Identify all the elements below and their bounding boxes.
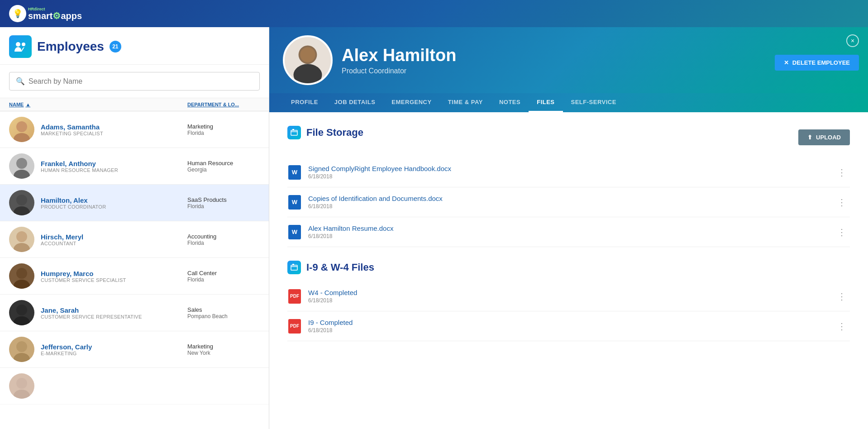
col-name-header[interactable]: NAME ▲ <box>9 102 187 107</box>
file-name[interactable]: I9 - Completed <box>308 319 827 326</box>
emp-info: Jefferson, Carly E-MARKETING <box>41 343 181 356</box>
emp-name: Hamilton, Alex <box>41 196 181 204</box>
employee-item[interactable] <box>0 368 269 405</box>
svg-point-2 <box>16 121 27 132</box>
sort-icon: ▲ <box>25 102 30 107</box>
file-info: Signed ComplyRight Employee Handbook.doc… <box>308 165 827 180</box>
emp-dept: Sales Pompano Beach <box>187 306 260 319</box>
svg-point-3 <box>14 133 30 142</box>
file-date: 6/18/2018 <box>308 327 827 334</box>
file-storage-header-row: File Storage ⬆ UPLOAD <box>287 126 850 148</box>
tab-emergency[interactable]: EMERGENCY <box>383 93 439 112</box>
emp-info: Hirsch, Meryl ACCOUNTANT <box>41 233 181 246</box>
col-dept-header[interactable]: DEPARTMENT & LO... <box>187 102 260 107</box>
employee-item[interactable]: Jefferson, Carly E-MARKETING Marketing N… <box>0 331 269 368</box>
search-icon: 🔍 <box>16 77 25 86</box>
file-menu-button[interactable]: ⋮ <box>834 289 850 304</box>
detail-name: Alex Hamilton <box>342 46 456 65</box>
file-date: 6/18/2018 <box>308 233 827 239</box>
file-item: W Alex Hamilton Resume.docx 6/18/2018 ⋮ <box>287 217 850 247</box>
svg-point-4 <box>16 158 27 169</box>
svg-point-20 <box>293 64 322 85</box>
left-panel: Employees 21 🔍 NAME ▲ DEPARTMENT & LO... <box>0 27 269 429</box>
i9w4-icon <box>287 261 301 274</box>
close-button[interactable]: × <box>846 34 859 47</box>
emp-role: HUMAN RESOURCE MANAGER <box>41 167 181 173</box>
emp-name: Adams, Samantha <box>41 123 181 131</box>
tab-time-pay[interactable]: TIME & PAY <box>440 93 491 112</box>
file-date: 6/18/2018 <box>308 203 827 210</box>
file-storage-title: File Storage <box>287 126 363 139</box>
emp-name: Hirsch, Meryl <box>41 233 181 241</box>
svg-rect-25 <box>292 264 294 265</box>
logo: 💡 HRdirect smart⚙apps <box>9 5 82 22</box>
file-menu-button[interactable]: ⋮ <box>834 165 850 180</box>
svg-point-17 <box>14 390 30 399</box>
file-menu-button[interactable]: ⋮ <box>834 225 850 239</box>
i9w4-title-text: I-9 & W-4 Files <box>306 262 374 273</box>
svg-point-6 <box>16 195 27 205</box>
tab-profile[interactable]: PROFILE <box>283 93 326 112</box>
emp-info: Adams, Samantha MARKETING SPECIALIST <box>41 123 181 136</box>
employee-list: Adams, Samantha MARKETING SPECIALIST Mar… <box>0 111 269 429</box>
emp-info: Humprey, Marco CUSTOMER SERVICE SPECIALI… <box>41 270 181 283</box>
svg-point-10 <box>16 268 27 279</box>
file-menu-button[interactable]: ⋮ <box>834 319 850 334</box>
delete-employee-button[interactable]: ✕ DELETE EMPLOYEE <box>775 55 859 71</box>
upload-button[interactable]: ⬆ UPLOAD <box>798 129 850 145</box>
avatar <box>9 153 34 179</box>
avatar <box>9 117 34 142</box>
detail-content: File Storage ⬆ UPLOAD W Signed ComplyRig… <box>269 112 868 429</box>
search-box[interactable]: 🔍 <box>9 72 260 91</box>
emp-dept: Marketing New York <box>187 343 260 356</box>
delete-icon: ✕ <box>784 59 789 66</box>
file-name[interactable]: Copies of Identification and Documents.d… <box>308 195 827 202</box>
file-pdf-icon: PDF <box>287 289 302 304</box>
employee-item[interactable]: Jane, Sarah CUSTOMER SERVICE REPRESENTAT… <box>0 295 269 331</box>
emp-info: Hamilton, Alex PRODUCT COORDINATOR <box>41 196 181 210</box>
emp-name: Frankel, Anthony <box>41 160 181 167</box>
file-storage-title-text: File Storage <box>306 127 363 138</box>
file-menu-button[interactable]: ⋮ <box>834 195 850 210</box>
file-name[interactable]: Alex Hamilton Resume.docx <box>308 224 827 232</box>
avatar <box>9 190 34 215</box>
emp-role: PRODUCT COORDINATOR <box>41 204 181 210</box>
file-item: W Signed ComplyRight Employee Handbook.d… <box>287 157 850 187</box>
emp-role: MARKETING SPECIALIST <box>41 131 181 136</box>
svg-point-7 <box>14 206 30 215</box>
app-name: smart⚙apps <box>28 11 82 20</box>
employee-item[interactable]: Frankel, Anthony HUMAN RESOURCE MANAGER … <box>0 148 269 185</box>
search-area: 🔍 <box>0 65 269 98</box>
upload-icon: ⬆ <box>807 134 812 141</box>
search-input[interactable] <box>29 77 253 86</box>
emp-name: Jefferson, Carly <box>41 343 181 351</box>
detail-avatar <box>283 35 333 85</box>
file-info: I9 - Completed 6/18/2018 <box>308 319 827 334</box>
svg-point-14 <box>16 341 27 352</box>
tab-self-service[interactable]: SELF-SERVICE <box>563 93 625 112</box>
emp-name: Jane, Sarah <box>41 306 181 314</box>
svg-point-13 <box>14 316 30 325</box>
tab-files[interactable]: FILES <box>529 93 563 112</box>
avatar <box>9 227 34 252</box>
svg-point-16 <box>16 378 27 389</box>
emp-dept: SaaS Products Florida <box>187 196 260 210</box>
svg-point-1 <box>22 43 25 46</box>
employee-item[interactable]: Hirsch, Meryl ACCOUNTANT Accounting Flor… <box>0 221 269 258</box>
employee-item[interactable]: Humprey, Marco CUSTOMER SERVICE SPECIALI… <box>0 258 269 295</box>
avatar <box>9 337 34 362</box>
employees-title: Employees <box>37 39 104 54</box>
svg-point-11 <box>14 280 30 289</box>
file-name[interactable]: W4 - Completed <box>308 289 827 296</box>
avatar <box>9 263 34 289</box>
employee-item[interactable]: Hamilton, Alex PRODUCT COORDINATOR SaaS … <box>0 185 269 221</box>
emp-name: Humprey, Marco <box>41 270 181 277</box>
file-item: W Copies of Identification and Documents… <box>287 187 850 217</box>
employee-item[interactable]: Adams, Samantha MARKETING SPECIALIST Mar… <box>0 111 269 148</box>
employees-header: Employees 21 <box>0 27 269 65</box>
file-word-icon: W <box>287 165 302 180</box>
file-name[interactable]: Signed ComplyRight Employee Handbook.doc… <box>308 165 827 172</box>
detail-header: Alex Hamilton Product Coordinator × ✕ DE… <box>269 27 868 93</box>
tab-notes[interactable]: NOTES <box>491 93 529 112</box>
tab-job-details[interactable]: JOB DETAILS <box>326 93 384 112</box>
